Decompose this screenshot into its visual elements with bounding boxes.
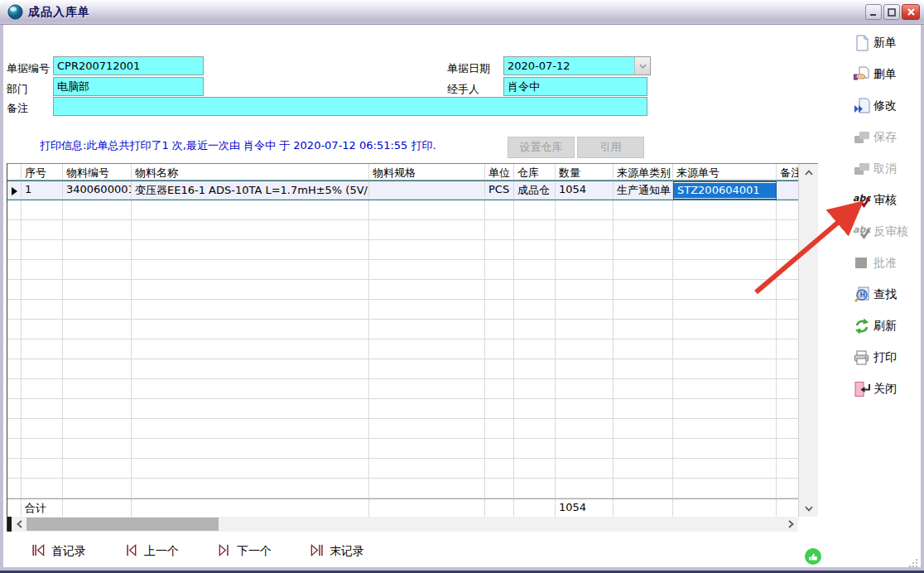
table-cell[interactable] — [514, 359, 556, 379]
table-cell[interactable]: 生产通知单 — [614, 181, 673, 200]
table-cell[interactable]: PCS — [485, 181, 514, 200]
table-cell[interactable] — [132, 220, 369, 240]
table-cell[interactable] — [777, 399, 798, 419]
table-cell[interactable] — [777, 439, 798, 459]
table-cell[interactable] — [22, 260, 63, 280]
table-cell[interactable] — [22, 419, 63, 439]
table-cell[interactable] — [673, 220, 777, 240]
table-cell[interactable] — [22, 320, 63, 339]
table-cell[interactable] — [673, 300, 777, 320]
status-ok-icon[interactable] — [804, 547, 822, 566]
table-cell[interactable] — [556, 260, 614, 280]
table-cell[interactable] — [614, 220, 673, 240]
table-cell[interactable] — [514, 240, 556, 260]
table-cell[interactable] — [63, 339, 132, 359]
table-cell[interactable] — [777, 379, 798, 399]
table-cell[interactable] — [22, 200, 63, 220]
table-cell[interactable] — [556, 459, 614, 479]
close-button[interactable] — [902, 4, 920, 20]
scroll-left-icon[interactable] — [12, 517, 26, 532]
table-cell[interactable] — [63, 439, 132, 459]
table-cell[interactable] — [132, 359, 369, 379]
table-cell[interactable] — [556, 359, 614, 379]
table-cell[interactable] — [132, 260, 369, 280]
table-cell[interactable] — [673, 320, 777, 339]
table-cell[interactable] — [485, 379, 514, 399]
table-cell[interactable] — [132, 379, 369, 399]
table-cell[interactable] — [556, 300, 614, 320]
table-cell[interactable] — [485, 339, 514, 359]
audit-button[interactable]: abc审核 — [853, 190, 924, 210]
table-cell[interactable] — [22, 300, 63, 320]
table-cell[interactable] — [614, 339, 673, 359]
table-cell[interactable] — [777, 479, 798, 498]
table-cell[interactable] — [63, 419, 132, 439]
close-door-button[interactable]: 关闭 — [853, 379, 924, 399]
chevron-down-icon[interactable] — [634, 57, 650, 75]
table-cell[interactable] — [22, 220, 63, 240]
department-field[interactable] — [53, 77, 204, 96]
table-cell[interactable] — [132, 479, 369, 498]
handler-field[interactable] — [503, 77, 647, 96]
table-cell[interactable] — [132, 280, 369, 300]
table-cell[interactable] — [132, 339, 369, 359]
table-cell[interactable] — [514, 459, 556, 479]
search-button[interactable]: H查找 — [853, 285, 924, 305]
table-cell[interactable] — [485, 300, 514, 320]
table-cell[interactable]: 1054 — [556, 181, 614, 200]
table-cell[interactable] — [22, 399, 63, 419]
table-cell[interactable] — [22, 479, 63, 498]
table-cell[interactable] — [514, 439, 556, 459]
doc-no-field[interactable] — [53, 56, 204, 75]
table-cell[interactable] — [777, 200, 798, 220]
table-cell[interactable] — [22, 439, 63, 459]
table-cell[interactable]: 变压器EE16-1 ADS-10TA L=1.7mH±5% (5V/2A) — [132, 181, 369, 200]
table-cell[interactable] — [673, 419, 777, 439]
table-cell[interactable] — [485, 260, 514, 280]
table-cell[interactable] — [514, 220, 556, 240]
table-cell[interactable] — [63, 479, 132, 498]
table-cell[interactable] — [63, 280, 132, 300]
table-cell[interactable] — [777, 220, 798, 240]
table-cell[interactable] — [485, 479, 514, 498]
table-cell[interactable] — [556, 240, 614, 260]
table-cell[interactable] — [514, 479, 556, 498]
table-cell[interactable] — [63, 379, 132, 399]
table-cell[interactable] — [369, 181, 485, 200]
table-cell[interactable] — [556, 419, 614, 439]
table-cell[interactable] — [63, 399, 132, 419]
table-cell[interactable] — [369, 459, 485, 479]
table-cell[interactable] — [132, 320, 369, 339]
table-cell[interactable] — [614, 459, 673, 479]
table-cell[interactable] — [369, 280, 485, 300]
table-cell[interactable] — [132, 200, 369, 220]
table-cell[interactable] — [673, 359, 777, 379]
table-cell[interactable] — [63, 220, 132, 240]
table-cell[interactable] — [673, 240, 777, 260]
table-cell[interactable] — [673, 459, 777, 479]
scrollbar-thumb[interactable] — [26, 518, 219, 531]
table-cell[interactable] — [485, 459, 514, 479]
table-cell[interactable] — [132, 439, 369, 459]
table-cell[interactable] — [777, 320, 798, 339]
table-cell[interactable] — [556, 379, 614, 399]
table-cell[interactable] — [673, 260, 777, 280]
table-cell[interactable] — [369, 200, 485, 220]
table-cell[interactable] — [556, 479, 614, 498]
table-cell[interactable] — [485, 240, 514, 260]
table-cell[interactable] — [369, 320, 485, 339]
table-cell[interactable] — [63, 240, 132, 260]
table-cell[interactable] — [614, 240, 673, 260]
table-cell[interactable] — [673, 479, 777, 498]
table-cell[interactable] — [614, 280, 673, 300]
table-cell[interactable] — [369, 419, 485, 439]
table-cell[interactable] — [514, 399, 556, 419]
table-cell[interactable] — [777, 300, 798, 320]
vertical-scrollbar[interactable] — [798, 164, 818, 517]
last-record-button[interactable]: 末记录 — [310, 543, 364, 560]
table-cell[interactable] — [556, 220, 614, 240]
table-cell[interactable]: STZ200604001 — [673, 181, 777, 200]
table-cell[interactable] — [514, 320, 556, 339]
horizontal-scrollbar[interactable] — [7, 517, 798, 532]
table-cell[interactable] — [369, 439, 485, 459]
